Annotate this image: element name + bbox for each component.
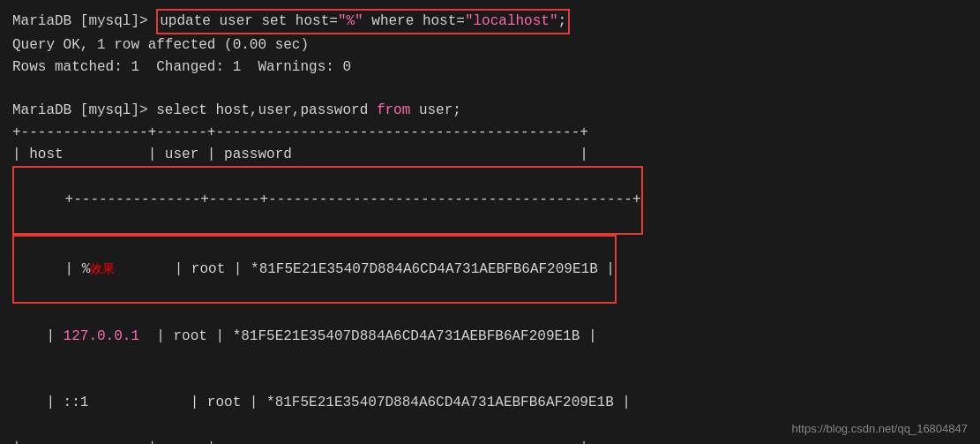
- row2-pipe1: |: [46, 328, 63, 344]
- cmd1-semi: ;: [558, 13, 567, 29]
- row1-pipe2: |: [225, 261, 251, 277]
- cmd1-val2: "localhost": [465, 13, 558, 29]
- row-border-text: +---------------+------+----------------…: [65, 192, 641, 207]
- prompt-2: MariaDB [mysql]>: [12, 100, 156, 122]
- prompt-1: MariaDB [mysql]>: [12, 11, 156, 33]
- table-row-1: | %效果 | root | *81F5E21E35407D884A6CD4A7…: [12, 235, 968, 304]
- cmd2-user: user;: [410, 100, 461, 122]
- cmd2-from-keyword: from: [377, 100, 410, 122]
- table-row-2: | 127.0.0.1 | root | *81F5E21E35407D884A…: [12, 304, 968, 369]
- output-line-1: Query OK, 1 row affected (0.00 sec): [12, 34, 968, 56]
- table-divider-bottom: +---------------+------+----------------…: [12, 435, 968, 444]
- row1-spacing: |: [115, 261, 191, 277]
- row3-pipe3: |: [614, 395, 631, 410]
- terminal: MariaDB [mysql]> update user set host="%…: [0, 0, 980, 444]
- empty-line-1: [12, 78, 968, 100]
- row1-pass: *81F5E21E35407D884A6CD4A731AEBFB6AF209E1…: [251, 261, 598, 277]
- row3-pipe2: |: [241, 395, 266, 410]
- row2-pipe2: |: [207, 328, 233, 344]
- row1-pipe3: |: [598, 261, 615, 277]
- row2-spacing: |: [139, 328, 173, 344]
- cmd1-text: update user set host=: [160, 13, 338, 29]
- rows-matched-text: Rows matched: 1 Changed: 1 Warnings: 0: [12, 56, 351, 79]
- row1-user: root: [191, 261, 225, 277]
- cmd2-select: select host,user,password: [156, 100, 377, 122]
- command-line-1: MariaDB [mysql]> update user set host="%…: [12, 9, 968, 34]
- command-line-2: MariaDB [mysql]> select host,user,passwo…: [12, 100, 968, 122]
- row3-pass: *81F5E21E35407D884A6CD4A731AEBFB6AF209E1…: [266, 395, 614, 410]
- row-highlight-box: +---------------+------+----------------…: [12, 166, 643, 235]
- row2-user: root: [173, 328, 206, 344]
- row2-pipe3: |: [580, 328, 596, 344]
- row3-user: root: [207, 395, 241, 410]
- query-ok-text: Query OK, 1 row affected (0.00 sec): [12, 34, 309, 56]
- row3-spacing: |: [88, 395, 206, 410]
- row2-host: 127.0.0.1: [64, 328, 139, 344]
- table-row-border: +---------------+------+----------------…: [12, 166, 968, 235]
- cmd1-val1: "%": [338, 13, 363, 29]
- table-divider-top: +---------------+------+----------------…: [12, 122, 968, 144]
- row3-host: ::1: [64, 395, 89, 410]
- row1-annotation: 效果: [90, 262, 115, 275]
- cmd1-where: where host=: [363, 13, 465, 29]
- row3-pipe1: |: [46, 395, 63, 410]
- row1-pipe1: |: [65, 261, 82, 277]
- row2-pass: *81F5E21E35407D884A6CD4A731AEBFB6AF209E1…: [233, 328, 580, 344]
- output-line-2: Rows matched: 1 Changed: 1 Warnings: 0: [12, 56, 968, 79]
- command-highlight-box: update user set host="%" where host="loc…: [156, 9, 570, 34]
- row1-percent: %: [82, 261, 91, 277]
- table-header: | host | user | password |: [12, 144, 968, 166]
- watermark: https://blog.csdn.net/qq_16804847: [792, 422, 969, 435]
- row1-highlight-box: | %效果 | root | *81F5E21E35407D884A6CD4A7…: [12, 235, 617, 304]
